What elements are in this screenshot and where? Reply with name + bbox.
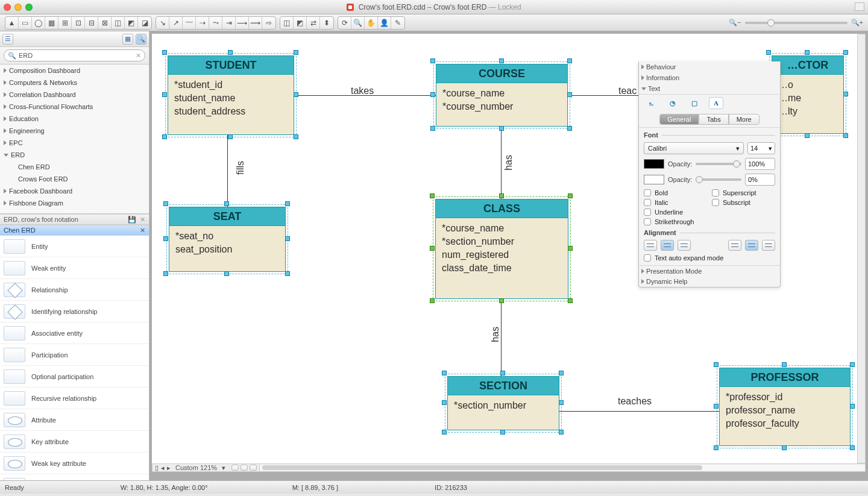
style-checkbox[interactable] <box>644 209 651 216</box>
tree-item[interactable]: ERD <box>0 149 149 161</box>
stencil-item[interactable]: Optional participation <box>0 366 149 388</box>
style-checkbox[interactable] <box>644 199 651 206</box>
toolbar-button[interactable]: ◩ <box>294 17 307 29</box>
auto-expand-checkbox[interactable] <box>644 254 651 262</box>
highlight-style-icon[interactable]: ◔ <box>665 97 680 109</box>
selection-handle[interactable] <box>805 50 810 55</box>
h-scroll-thumb[interactable] <box>262 465 702 470</box>
close-stencil-icon[interactable]: ✕ <box>140 227 145 234</box>
toolbar-button[interactable]: ◯ <box>32 17 45 29</box>
toolbar-button[interactable]: ◫ <box>280 17 294 29</box>
selection-handle[interactable] <box>567 92 572 97</box>
valign-middle-button[interactable] <box>745 240 758 251</box>
style-checkbox[interactable] <box>644 218 651 225</box>
bg-color-swatch[interactable] <box>644 175 664 184</box>
box-style-icon[interactable]: ▢ <box>687 97 702 109</box>
toolbar-button[interactable]: ⇢ <box>196 17 209 29</box>
zoom-readout[interactable]: Custom 121% <box>175 464 217 471</box>
selection-handle[interactable] <box>442 371 447 375</box>
tree-item[interactable]: Crows Foot ERD <box>0 173 149 185</box>
stencil-item[interactable]: Key attribute <box>0 431 149 453</box>
selection-handle[interactable] <box>559 400 564 405</box>
close-stencil-icon[interactable]: ✕ <box>140 216 145 224</box>
erd-entity-seat[interactable]: SEAT*seat_no seat_position <box>169 207 286 272</box>
valign-top-button[interactable] <box>728 240 741 251</box>
tree-item[interactable]: Computers & Networks <box>0 77 149 89</box>
subtab-more[interactable]: More <box>729 114 760 125</box>
selection-handle[interactable] <box>499 126 504 131</box>
toolbar-button[interactable]: ◪ <box>138 17 151 29</box>
library-tree[interactable]: Composition DashboardComputers & Network… <box>0 64 149 214</box>
zoom-in-icon[interactable]: 🔍+ <box>851 19 863 27</box>
library-search-button[interactable]: 🔍 <box>136 34 146 45</box>
bg-opacity-value[interactable]: 0% <box>745 174 775 186</box>
selection-handle[interactable] <box>805 133 810 138</box>
toolbar-button[interactable]: ⊞ <box>58 17 72 29</box>
selection-handle[interactable] <box>162 92 167 97</box>
selection-handle[interactable] <box>567 126 572 131</box>
selection-handle[interactable] <box>228 50 233 55</box>
relationship-connector[interactable] <box>294 95 436 96</box>
page-first-button[interactable]: ▯ <box>155 464 159 472</box>
tree-item[interactable]: EPC <box>0 137 149 149</box>
toolbar-button[interactable]: ⟶ <box>236 17 249 29</box>
selection-handle[interactable] <box>568 246 573 251</box>
selection-handle[interactable] <box>294 92 298 97</box>
selection-handle[interactable] <box>850 362 855 367</box>
selection-handle[interactable] <box>843 50 848 55</box>
page-thumb[interactable] <box>241 465 248 471</box>
toolbar-button[interactable]: 👤 <box>378 17 391 29</box>
selection-handle[interactable] <box>285 201 290 206</box>
erd-entity-instructor[interactable]: …CTOR…o …me …lty <box>772 55 844 134</box>
selection-handle[interactable] <box>714 362 719 367</box>
selection-handle[interactable] <box>294 50 298 55</box>
toolbar-button[interactable]: ⊠ <box>98 17 112 29</box>
toolbar-button[interactable]: ⬍ <box>320 17 333 29</box>
toolbar-button[interactable]: ↗ <box>169 17 183 29</box>
tree-item[interactable]: Education <box>0 113 149 125</box>
stencil-item[interactable]: Participation <box>0 344 149 366</box>
font-style-icon[interactable]: A <box>709 97 723 109</box>
subtab-tabs[interactable]: Tabs <box>699 114 728 125</box>
zoom-menu-button[interactable]: ▾ <box>222 464 225 472</box>
toolbar-button[interactable]: ◩ <box>125 17 138 29</box>
selection-handle[interactable] <box>430 92 435 97</box>
erd-entity-student[interactable]: STUDENT*student_id student_name student_… <box>168 55 294 135</box>
relationship-label[interactable]: teaches <box>618 396 652 407</box>
stencil-item[interactable]: Weak key attribute <box>0 453 149 474</box>
selection-handle[interactable] <box>714 445 719 450</box>
selection-handle[interactable] <box>430 298 435 303</box>
selection-handle[interactable] <box>500 371 505 375</box>
relationship-label[interactable]: has <box>490 327 501 342</box>
selection-handle[interactable] <box>843 133 848 138</box>
selection-handle[interactable] <box>442 400 447 405</box>
inspector-section-text[interactable]: Text <box>639 83 780 94</box>
valign-bottom-button[interactable] <box>762 240 775 251</box>
selection-handle[interactable] <box>162 134 167 139</box>
erd-entity-course[interactable]: COURSE*course_name *course_number <box>436 64 568 127</box>
text-opacity-slider[interactable] <box>696 163 741 165</box>
selection-handle[interactable] <box>162 50 167 55</box>
tree-item[interactable]: Correlation Dashboard <box>0 89 149 101</box>
selection-handle[interactable] <box>430 193 435 198</box>
stencil-item[interactable]: Weak entity <box>0 257 149 279</box>
selection-handle[interactable] <box>499 58 504 63</box>
toolbar-button[interactable]: ✎ <box>391 17 404 29</box>
selection-handle[interactable] <box>500 430 505 435</box>
stencil-item[interactable]: Derived attribute <box>0 474 149 480</box>
stencil-list[interactable]: EntityWeak entityRelationshipIdentifying… <box>0 236 149 480</box>
selection-handle[interactable] <box>163 271 168 276</box>
selection-handle[interactable] <box>228 134 233 139</box>
style-checkbox[interactable] <box>712 189 719 196</box>
toolbar-button[interactable]: ⊟ <box>85 17 98 29</box>
subtab-general[interactable]: General <box>659 114 699 125</box>
toolbar-button[interactable]: ↘ <box>156 17 169 29</box>
library-search-input[interactable]: 🔍 ERD ✕ <box>4 49 145 61</box>
selection-handle[interactable] <box>499 193 504 198</box>
toolbar-button[interactable]: ⇨ <box>262 17 275 29</box>
selection-handle[interactable] <box>163 201 168 206</box>
tree-item[interactable]: Fishbone Diagram <box>0 197 149 209</box>
align-center-button[interactable] <box>661 240 674 251</box>
selection-handle[interactable] <box>430 246 435 251</box>
tree-item[interactable]: Facebook Dashboard <box>0 185 149 197</box>
